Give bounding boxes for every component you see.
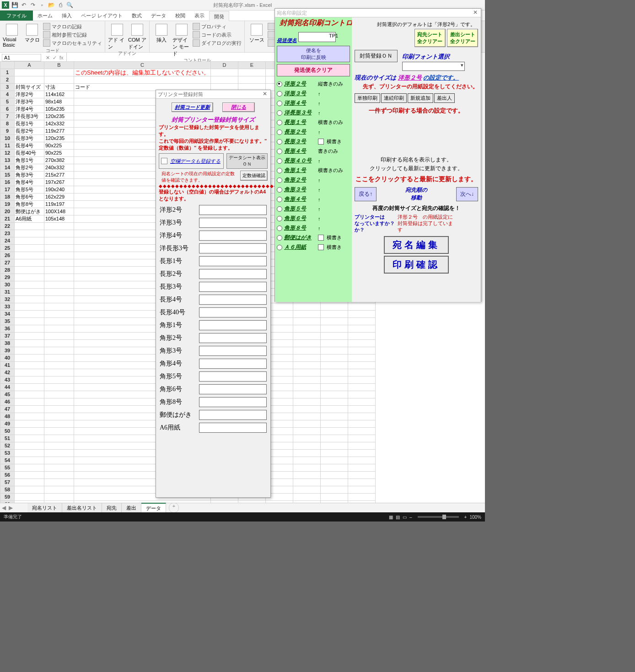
cell[interactable]	[348, 413, 375, 420]
row-header[interactable]: 16	[0, 179, 15, 186]
cell[interactable]	[44, 347, 74, 355]
cell[interactable]	[15, 245, 44, 252]
cell[interactable]	[320, 333, 348, 340]
cell[interactable]: 長形4号	[15, 142, 44, 150]
radio-icon[interactable]	[277, 81, 282, 87]
radio-icon[interactable]	[277, 177, 282, 183]
cell[interactable]	[44, 303, 74, 311]
cell[interactable]	[293, 450, 320, 457]
cell[interactable]	[44, 398, 74, 406]
click-refresh-note[interactable]: ここをクリックすると最新に更新します。	[355, 175, 478, 183]
row-header[interactable]: 36	[0, 325, 15, 333]
row-header[interactable]: 17	[0, 186, 15, 194]
row-header[interactable]: 12	[0, 150, 15, 157]
save-icon[interactable]: 💾	[11, 1, 18, 9]
cell[interactable]	[320, 391, 348, 398]
envelope-option[interactable]: 洋形２号	[284, 80, 316, 88]
row-header[interactable]: 15	[0, 172, 15, 179]
source-button[interactable]: ソース	[248, 22, 266, 43]
row-header[interactable]: 45	[0, 391, 15, 398]
sheet-tab[interactable]: 宛名リスト	[27, 503, 62, 512]
cell[interactable]	[293, 325, 320, 333]
cell[interactable]	[15, 442, 44, 450]
row-header[interactable]: 40	[0, 355, 15, 362]
visual-basic-button[interactable]: Visual Basic	[3, 22, 21, 48]
cell[interactable]	[44, 428, 74, 435]
cell[interactable]	[320, 325, 348, 333]
close-icon[interactable]: ✕	[472, 10, 479, 16]
const-check-button[interactable]: 定数値確認	[240, 171, 268, 181]
cell[interactable]: 98x148	[44, 98, 74, 106]
cell[interactable]: 長形40号	[15, 150, 44, 157]
envelope-option[interactable]: 洋形４号	[284, 99, 316, 107]
cell[interactable]	[293, 420, 320, 428]
row-header[interactable]: 3	[0, 84, 15, 91]
cell[interactable]	[293, 362, 320, 369]
next-button[interactable]: 次へ↓	[456, 187, 478, 201]
radio-icon[interactable]	[277, 149, 282, 154]
clear-sender-button[interactable]: 差出シート 全クリアー	[447, 29, 478, 47]
row-header[interactable]: 49	[0, 420, 15, 428]
cell[interactable]: 角形3号	[15, 172, 44, 179]
cell[interactable]	[320, 398, 348, 406]
cell[interactable]	[210, 76, 238, 84]
cell[interactable]	[15, 69, 44, 76]
cell[interactable]	[348, 384, 375, 391]
cell[interactable]	[210, 69, 238, 76]
envelope-option[interactable]: 長形１号	[284, 118, 316, 126]
cell[interactable]	[348, 398, 375, 406]
row-header[interactable]: 39	[0, 347, 15, 355]
cell[interactable]	[44, 472, 74, 479]
cell[interactable]	[320, 435, 348, 442]
envelope-option[interactable]: 角形２号	[284, 176, 316, 184]
cell[interactable]	[44, 442, 74, 450]
cell[interactable]	[15, 472, 44, 479]
row-header[interactable]: 47	[0, 406, 15, 413]
row-header[interactable]: 42	[0, 369, 15, 376]
radio-icon[interactable]	[277, 101, 282, 106]
sheet-tab[interactable]: 差出名リスト	[62, 503, 102, 512]
row-header[interactable]: 59	[0, 494, 15, 501]
envelope-code-input[interactable]	[199, 282, 267, 292]
cell[interactable]: 角形1号	[15, 157, 44, 164]
cell[interactable]: 162x229	[44, 194, 74, 201]
row-header[interactable]: 22	[0, 223, 15, 230]
cell[interactable]	[15, 457, 44, 464]
envelope-option[interactable]: 角形４号	[284, 195, 316, 203]
cell[interactable]	[348, 479, 375, 486]
cell[interactable]: 長形3号	[15, 135, 44, 142]
last-sheet-icon[interactable]: ▶	[9, 505, 13, 511]
envelope-code-input[interactable]	[199, 320, 267, 330]
mode-sender-button[interactable]: 差出人	[434, 93, 455, 103]
row-header[interactable]: 32	[0, 296, 15, 303]
cell[interactable]: 119x277	[44, 128, 74, 135]
cell[interactable]: 角形8号	[15, 201, 44, 208]
ship-clear-button[interactable]: 発送便名クリア	[277, 64, 350, 76]
cell[interactable]: 洋長形3号	[15, 113, 44, 120]
cell[interactable]: 角形6号	[15, 194, 44, 201]
datasheet-toggle-button[interactable]: データシート表示 ＯＮ	[226, 153, 268, 169]
cell[interactable]	[44, 384, 74, 391]
cell[interactable]	[293, 384, 320, 391]
cell[interactable]	[15, 274, 44, 281]
row-header[interactable]: 53	[0, 450, 15, 457]
row-header[interactable]: 28	[0, 267, 15, 274]
cell[interactable]	[293, 391, 320, 398]
cell[interactable]	[348, 464, 375, 472]
cell[interactable]	[320, 406, 348, 413]
tab-file[interactable]: ファイル	[0, 11, 33, 21]
row-header[interactable]: 41	[0, 362, 15, 369]
cell[interactable]	[320, 355, 348, 362]
sheet-tab[interactable]: 宛先	[102, 503, 122, 512]
cell[interactable]	[15, 369, 44, 376]
envelope-code-input[interactable]	[199, 346, 267, 356]
row-header[interactable]: 51	[0, 435, 15, 442]
cell[interactable]	[293, 355, 320, 362]
cell[interactable]	[15, 267, 44, 274]
row-header[interactable]: 8	[0, 120, 15, 128]
row-header[interactable]: 13	[0, 157, 15, 164]
cell[interactable]	[44, 296, 74, 303]
col-header[interactable]: C	[74, 62, 211, 69]
envelope-option[interactable]: 洋形３号	[284, 90, 316, 97]
macro-security[interactable]: マクロのセキュリティ	[43, 39, 102, 47]
